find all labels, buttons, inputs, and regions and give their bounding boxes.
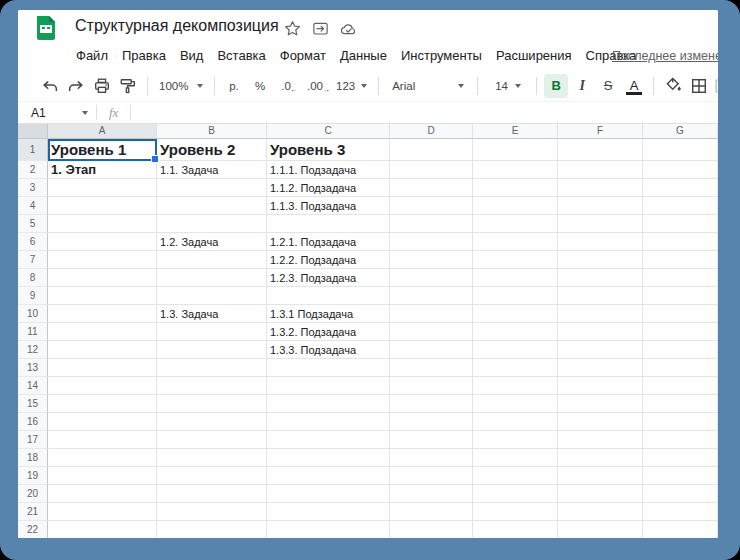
cell-D9[interactable] — [390, 287, 473, 305]
cell-B8[interactable] — [157, 269, 267, 287]
cell-A19[interactable] — [48, 467, 157, 485]
cell-A1[interactable]: Уровень 1 — [48, 139, 157, 161]
cell-B15[interactable] — [157, 395, 267, 413]
row-header-12[interactable]: 12 — [18, 341, 48, 359]
cell-D3[interactable] — [390, 179, 473, 197]
cell-G2[interactable] — [643, 161, 718, 179]
increase-decimal-button[interactable]: .00→ — [300, 74, 330, 98]
fill-color-button[interactable] — [661, 74, 685, 98]
cell-A16[interactable] — [48, 413, 157, 431]
row-header-13[interactable]: 13 — [18, 359, 48, 377]
cell-C21[interactable] — [267, 503, 390, 521]
row-header-14[interactable]: 14 — [18, 377, 48, 395]
cell-F5[interactable] — [558, 215, 643, 233]
cell-A18[interactable] — [48, 449, 157, 467]
cell-E16[interactable] — [473, 413, 558, 431]
cell-E12[interactable] — [473, 341, 558, 359]
cell-G16[interactable] — [643, 413, 718, 431]
cell-G10[interactable] — [643, 305, 718, 323]
paint-format-button[interactable] — [116, 74, 140, 98]
cell-C1[interactable]: Уровень 3 — [267, 139, 390, 161]
cell-B16[interactable] — [157, 413, 267, 431]
cell-D19[interactable] — [390, 467, 473, 485]
cell-B2[interactable]: 1.1. Задача — [157, 161, 267, 179]
cell-A13[interactable] — [48, 359, 157, 377]
cell-B5[interactable] — [157, 215, 267, 233]
cell-G9[interactable] — [643, 287, 718, 305]
formula-input[interactable] — [131, 102, 718, 123]
column-header-E[interactable]: E — [473, 124, 558, 139]
zoom-select[interactable]: 100% — [155, 74, 207, 98]
menu-item-4[interactable]: Формат — [273, 46, 333, 65]
cell-C17[interactable] — [267, 431, 390, 449]
cell-D12[interactable] — [390, 341, 473, 359]
cell-C22[interactable] — [267, 521, 390, 538]
cell-E14[interactable] — [473, 377, 558, 395]
cell-F1[interactable] — [558, 139, 643, 161]
cell-E20[interactable] — [473, 485, 558, 503]
cell-B4[interactable] — [157, 197, 267, 215]
menu-item-5[interactable]: Данные — [333, 46, 394, 65]
cell-D7[interactable] — [390, 251, 473, 269]
row-header-2[interactable]: 2 — [18, 161, 48, 179]
merge-cells-button[interactable] — [713, 74, 718, 98]
cell-C10[interactable]: 1.3.1 Подзадача — [267, 305, 390, 323]
cell-F16[interactable] — [558, 413, 643, 431]
cell-G6[interactable] — [643, 233, 718, 251]
cell-B6[interactable]: 1.2. Задача — [157, 233, 267, 251]
cell-B19[interactable] — [157, 467, 267, 485]
row-header-7[interactable]: 7 — [18, 251, 48, 269]
column-header-B[interactable]: B — [157, 124, 267, 139]
cell-G17[interactable] — [643, 431, 718, 449]
print-button[interactable] — [90, 74, 114, 98]
undo-button[interactable] — [38, 74, 62, 98]
row-header-4[interactable]: 4 — [18, 197, 48, 215]
cell-C16[interactable] — [267, 413, 390, 431]
cell-E1[interactable] — [473, 139, 558, 161]
cell-A10[interactable] — [48, 305, 157, 323]
cell-A6[interactable] — [48, 233, 157, 251]
cell-D2[interactable] — [390, 161, 473, 179]
cell-D18[interactable] — [390, 449, 473, 467]
column-header-D[interactable]: D — [390, 124, 473, 139]
menu-item-1[interactable]: Правка — [115, 46, 173, 65]
row-header-21[interactable]: 21 — [18, 503, 48, 521]
cell-B12[interactable] — [157, 341, 267, 359]
cell-C19[interactable] — [267, 467, 390, 485]
cell-A11[interactable] — [48, 323, 157, 341]
cell-F15[interactable] — [558, 395, 643, 413]
cell-B10[interactable]: 1.3. Задача — [157, 305, 267, 323]
column-header-F[interactable]: F — [558, 124, 643, 139]
name-box[interactable]: A1 — [18, 102, 96, 123]
cell-A4[interactable] — [48, 197, 157, 215]
cell-D16[interactable] — [390, 413, 473, 431]
cell-D20[interactable] — [390, 485, 473, 503]
cell-C20[interactable] — [267, 485, 390, 503]
cell-A9[interactable] — [48, 287, 157, 305]
move-folder-icon[interactable] — [312, 20, 329, 37]
row-header-18[interactable]: 18 — [18, 449, 48, 467]
currency-format-button[interactable]: р. — [222, 74, 246, 98]
more-formats-button[interactable]: 123 — [332, 74, 371, 98]
cell-B9[interactable] — [157, 287, 267, 305]
italic-button[interactable]: I — [570, 74, 594, 98]
cell-A17[interactable] — [48, 431, 157, 449]
cell-A21[interactable] — [48, 503, 157, 521]
font-size-select[interactable]: 14 — [485, 74, 529, 98]
cell-G14[interactable] — [643, 377, 718, 395]
cell-C8[interactable]: 1.2.3. Подзадача — [267, 269, 390, 287]
row-header-3[interactable]: 3 — [18, 179, 48, 197]
decrease-decimal-button[interactable]: .0← — [274, 74, 298, 98]
row-header-6[interactable]: 6 — [18, 233, 48, 251]
cell-F19[interactable] — [558, 467, 643, 485]
menu-item-3[interactable]: Вставка — [210, 46, 272, 65]
star-icon[interactable] — [284, 20, 301, 37]
cell-E8[interactable] — [473, 269, 558, 287]
menu-item-2[interactable]: Вид — [173, 46, 211, 65]
row-header-10[interactable]: 10 — [18, 305, 48, 323]
menu-item-0[interactable]: Файл — [69, 46, 115, 65]
cell-F17[interactable] — [558, 431, 643, 449]
cell-C14[interactable] — [267, 377, 390, 395]
cell-E22[interactable] — [473, 521, 558, 538]
borders-button[interactable] — [687, 74, 711, 98]
